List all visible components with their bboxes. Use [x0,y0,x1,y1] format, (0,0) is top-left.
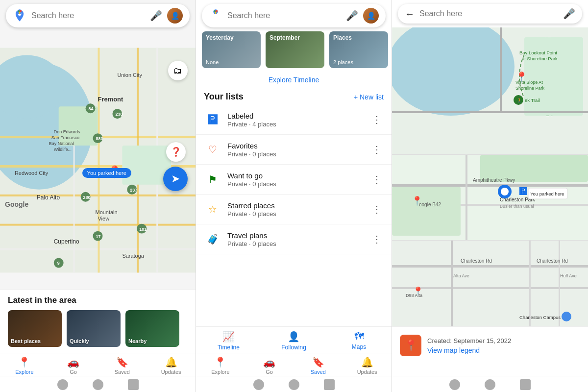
svg-text:View: View [98,216,110,221]
directions-icon: ➤ [171,172,180,185]
favorites-more-button[interactable]: ⋮ [370,142,384,157]
location-card: 📍 Created: September 15, 2022 View map l… [392,326,588,364]
avatar[interactable]: 👤 [167,8,183,24]
middle-nav-dots [196,376,392,392]
right-recents-dot[interactable] [520,379,531,390]
middle-recents-dot[interactable] [324,379,335,390]
middle-nav-go[interactable]: 🚗 Go [245,356,294,375]
svg-text:at Shoreline Park: at Shoreline Park [522,56,558,61]
help-fab[interactable]: ❓ [166,142,186,162]
secondary-nav-timeline[interactable]: 📈 Timeline [196,331,261,351]
view-legend-link[interactable]: View map legend [427,346,580,354]
new-list-button[interactable]: + New list [354,93,384,101]
svg-rect-74 [392,187,461,236]
left-search-bar[interactable]: 🎤 👤 [6,4,190,27]
svg-text:🅿: 🅿 [519,187,527,196]
latest-card-label-0: Best places [11,338,41,344]
middle-nav-saved[interactable]: 🔖 Saved [294,356,343,375]
want-to-go-more-button[interactable]: ⋮ [370,172,384,187]
middle-nav-updates[interactable]: 🔔 Updates [343,356,392,375]
middle-explore-icon: 📍 [214,356,226,368]
svg-text:📍: 📍 [515,71,528,83]
travel-more-button[interactable]: ⋮ [370,231,384,247]
home-dot[interactable] [93,379,103,390]
latest-card-2[interactable]: Nearby [125,310,179,347]
mic-icon[interactable]: 🎤 [150,10,162,22]
maps-icon: 🗺 [354,331,364,342]
explore-timeline-link[interactable]: Explore Timeline [196,73,392,87]
svg-text:237: 237 [130,188,137,193]
list-item-travel[interactable]: 🧳 Travel plans Private · 0 places ⋮ [196,224,392,254]
right-map-middle: Amphitheatre Pkwy Charleston Park Busier… [392,155,588,241]
svg-point-3 [18,10,20,12]
directions-fab[interactable]: ➤ [163,167,188,191]
layer-button[interactable]: 🗂 [168,61,188,80]
latest-card-1[interactable]: Quickly [67,310,121,347]
middle-nav-explore[interactable]: 📍 Explore [196,356,245,375]
layers-icon: 🗂 [173,66,182,76]
latest-card-label-2: Nearby [128,338,147,344]
left-nav-dots [0,376,196,392]
timeline-card-places[interactable]: Places 2 places [329,31,388,68]
timeline-card-september[interactable]: September [266,31,324,68]
svg-text:Union City: Union City [117,72,142,78]
right-search-input[interactable] [419,9,558,18]
svg-rect-59 [392,111,588,113]
want-to-go-info: Want to go Private · 0 places [227,172,370,188]
nav-go[interactable]: 🚗 Go [49,356,98,375]
svg-point-53 [215,12,217,14]
svg-text:Huff Ave: Huff Ave [560,273,577,278]
timeline-card-top-0: Yesterday [206,34,234,41]
middle-panel: 🎤 👤 Yesterday None September Places 2 pl… [196,0,392,392]
svg-text:Saratoga: Saratoga [122,253,144,259]
right-back-dot[interactable] [449,379,460,390]
svg-rect-70 [392,184,588,187]
svg-rect-60 [500,27,502,111]
svg-rect-89 [529,241,531,326]
labeled-more-button[interactable]: ⋮ [370,112,384,127]
middle-mic-icon[interactable]: 🎤 [346,10,358,22]
middle-search-bar[interactable]: 🎤 👤 [202,4,386,27]
svg-text:880: 880 [96,136,103,141]
location-badge-icon: 📍 [400,335,421,356]
timeline-icon: 📈 [222,331,235,343]
labeled-name: Labeled [227,112,370,120]
timeline-card-yesterday[interactable]: Yesterday None [202,31,261,68]
middle-avatar[interactable]: 👤 [363,8,379,24]
timeline-card-bottom-0: None [206,59,219,65]
middle-search-input[interactable] [227,11,341,20]
middle-home-dot[interactable] [289,379,299,390]
list-item-want-to-go[interactable]: ⚑ Want to go Private · 0 places ⋮ [196,165,392,195]
right-search-bar[interactable]: ← 🎤 [398,4,582,24]
svg-point-52 [214,10,216,12]
you-parked-badge: You parked here [82,168,131,178]
list-item-starred[interactable]: ☆ Starred places Private · 0 places ⋮ [196,195,392,224]
following-label: Following [281,344,306,351]
list-item-favorites[interactable]: ♡ Favorites Private · 0 places ⋮ [196,135,392,165]
starred-more-button[interactable]: ⋮ [370,201,384,217]
recents-dot[interactable] [128,379,139,390]
left-map-canvas: Union City Fremont Don Edwards San Franc… [0,31,196,289]
svg-text:Charleston Campus: Charleston Campus [519,315,561,320]
left-search-input[interactable] [31,11,145,20]
middle-go-label: Go [266,369,273,375]
nav-updates[interactable]: 🔔 Updates [147,356,196,375]
list-item-labeled[interactable]: 🅿 Labeled Private · 4 places ⋮ [196,105,392,135]
right-mic-icon[interactable]: 🎤 [563,8,575,20]
timeline-card-top-2: Places [333,34,352,41]
svg-rect-88 [451,241,453,326]
middle-back-dot[interactable] [253,379,264,390]
middle-go-icon: 🚗 [263,356,275,368]
secondary-nav-following[interactable]: 👤 Following [261,331,326,351]
svg-text:Cupertino: Cupertino [54,238,79,245]
back-button[interactable]: ← [405,8,415,20]
nav-saved[interactable]: 🔖 Saved [98,356,147,375]
latest-card-0[interactable]: Best places [8,310,62,347]
middle-updates-icon: 🔔 [361,356,373,368]
pin-icon: 📍 [404,339,417,352]
right-map-top-svg: Bay Lookout Point at Shoreline Park Vist… [392,27,588,155]
secondary-nav-maps[interactable]: 🗺 Maps [326,331,392,351]
back-dot[interactable] [57,379,68,390]
right-home-dot[interactable] [485,379,495,390]
nav-explore[interactable]: 📍 Explore [0,356,49,375]
